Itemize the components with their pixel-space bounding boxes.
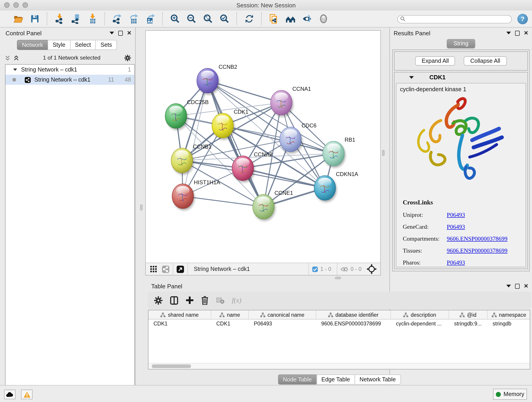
column-header-name[interactable]: name [211,310,249,319]
crosslink-link[interactable]: P06493 [447,257,465,269]
network-collection-row[interactable]: String Network – cdk1 1 [6,65,134,75]
tab-select[interactable]: Select [70,40,96,50]
column-header-canonical-name[interactable]: canonical name [249,310,316,319]
network-node[interactable]: HIST1H1A [172,179,220,211]
add-column-icon[interactable] [186,296,194,304]
export-image-icon[interactable] [145,13,156,24]
scrollbar-thumb[interactable] [152,364,191,368]
panel-menu-icon[interactable] [506,32,511,34]
network-node[interactable]: CDK1 [212,109,248,140]
table-settings-gear-icon[interactable] [154,296,163,305]
column-header--id[interactable]: @id [449,310,488,319]
control-panel-title: Control Panel [6,30,42,36]
cloud-status-button[interactable] [4,390,16,399]
network-node[interactable]: CCNA1 [271,86,311,117]
hide-selected-icon[interactable] [302,13,312,24]
show-all-icon[interactable] [318,13,329,24]
expand-all-button[interactable]: Expand All [415,56,455,65]
expand-all-icon[interactable] [13,55,19,61]
network-canvas[interactable]: CCNB2CCNA1CDC25BCDK1CDC6RB1CCNB1CCNA2CDK… [146,31,380,263]
tab-edge-table[interactable]: Edge Table [317,375,355,385]
network-edge[interactable] [183,196,264,207]
gene-collapse-icon[interactable] [409,76,414,79]
zoom-fit-icon[interactable] [203,13,214,24]
table-cell: 9606.ENSP00000378699 [316,321,391,326]
crosslink-link[interactable]: P06493 [447,209,465,221]
float-panel-icon[interactable] [515,283,520,288]
gear-icon[interactable] [124,54,131,61]
warnings-button[interactable] [21,390,32,399]
hidden-eye-icon[interactable] [341,266,348,272]
memory-button[interactable]: Memory [493,389,527,400]
node-label: RB1 [345,137,355,143]
collapse-all-icon[interactable] [5,55,11,61]
import-network-file-icon[interactable] [54,13,65,24]
network-node[interactable]: CDKN1A [314,171,358,202]
table-row[interactable]: CDK1CDK1P064939606.ENSP00000378699cyclin… [148,319,530,327]
panel-menu-icon[interactable] [109,32,114,34]
network-edge[interactable] [183,81,208,196]
save-session-icon[interactable] [29,13,40,24]
zoom-out-icon[interactable] [186,13,197,24]
table-cell: stringdb [488,321,530,326]
delete-column-icon[interactable] [201,296,209,305]
tab-style[interactable]: Style [48,40,70,50]
birds-eye-view-icon[interactable] [367,264,377,274]
help-icon[interactable]: ? [517,13,528,24]
panel-menu-icon[interactable] [506,285,511,287]
zoom-selected-icon[interactable] [219,13,230,24]
tab-sets[interactable]: Sets [95,40,117,50]
hidden-counts: 0 - 0 [351,266,361,272]
clone-network-icon[interactable] [268,13,279,24]
graphics-details-icon[interactable] [285,13,296,24]
left-splitter-handle[interactable] [140,204,143,211]
network-node[interactable]: RB1 [323,137,355,168]
network-row[interactable]: String Network – cdk1 11 48 [6,75,134,85]
float-panel-icon[interactable] [515,31,520,36]
import-network-database-icon[interactable] [70,13,82,24]
tab-network-table[interactable]: Network Table [355,375,401,385]
warning-icon [23,391,31,398]
open-session-icon[interactable] [13,13,24,24]
network-share-icon[interactable] [162,265,170,273]
delete-table-icon[interactable] [216,297,225,304]
network-edge[interactable] [208,81,264,207]
table-horizontal-scrollbar[interactable] [148,363,530,369]
tab-network[interactable]: Network [17,40,48,50]
refresh-view-icon[interactable] [244,13,255,24]
tree-expand-icon[interactable] [13,69,17,71]
float-panel-icon[interactable] [118,31,123,36]
memory-status-dot [496,392,501,397]
import-table-file-icon[interactable] [87,13,98,24]
tab-node-table[interactable]: Node Table [278,375,317,385]
close-panel-icon[interactable]: ✕ [524,284,528,288]
crosslink-link[interactable]: 9606.ENSP00000378699 [447,233,507,245]
function-builder-icon[interactable]: f(x) [232,296,241,304]
collapse-all-button[interactable]: Collapse All [464,56,507,65]
crosslink-link[interactable]: 9606.ENSP00000378699 [447,245,507,257]
network-node[interactable]: CCNB2 [197,64,237,95]
crosslink-link[interactable]: P06493 [447,221,465,233]
grid-view-icon[interactable] [150,265,157,273]
selected-checkbox-icon[interactable] [312,266,318,272]
close-panel-icon[interactable]: ✕ [127,31,132,35]
export-network-icon[interactable] [112,13,123,24]
column-header-description[interactable]: description [391,310,449,319]
open-in-new-window-icon[interactable] [177,265,184,273]
column-header-database-identifier[interactable]: database identifier [316,310,391,319]
bottom-splitter-handle[interactable] [335,277,341,279]
right-splitter-handle[interactable] [382,150,385,156]
export-table-icon[interactable] [128,13,139,24]
network-node[interactable]: CDC25B [165,99,209,130]
network-node[interactable]: CDC6 [280,122,317,153]
column-header-namespace[interactable]: namespace [488,310,530,319]
main-toolbar: ? [0,11,532,27]
show-columns-icon[interactable] [170,296,178,305]
network-node[interactable]: CCNE1 [253,190,293,221]
tab-string[interactable]: String [447,39,475,48]
network-label: String Network – cdk1 [31,77,100,83]
search-input[interactable] [397,15,512,23]
column-header-shared-name[interactable]: shared name [148,310,211,319]
zoom-in-icon[interactable] [170,13,181,24]
close-panel-icon[interactable]: ✕ [524,31,528,35]
